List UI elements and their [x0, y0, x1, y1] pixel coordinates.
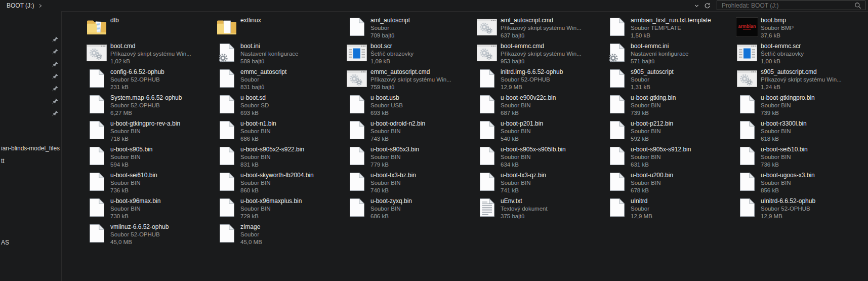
- file-item[interactable]: u-boot-x96max.binSoubor BIN730 kB: [85, 196, 215, 222]
- file-type: Soubor 52-OPHUB: [110, 231, 169, 238]
- file-item[interactable]: u-boot-skyworth-lb2004.binSoubor BIN860 …: [215, 171, 345, 196]
- refresh-icon[interactable]: [702, 0, 713, 11]
- file-item[interactable]: uEnv.txtTextový dokument375 bajtů: [475, 196, 605, 222]
- file-item[interactable]: u-boot-ugoos-x3.binSoubor BIN856 kB: [735, 171, 865, 196]
- pushpin-icon[interactable]: [52, 97, 59, 104]
- chevron-down-icon[interactable]: [691, 0, 702, 11]
- file-type: Soubor BIN: [110, 179, 157, 187]
- file-item[interactable]: u-boot-gtkingpro-rev-a.binSoubor BIN718 …: [85, 119, 215, 145]
- file-type: Soubor BIN: [240, 179, 314, 187]
- file-item[interactable]: aml_autoscriptSoubor709 bajtů: [345, 16, 475, 42]
- file-item[interactable]: armbian_first_run.txt.templateSoubor TEM…: [605, 16, 735, 42]
- file-size: 831 bajtů: [240, 84, 286, 91]
- file-item[interactable]: u-boot-gtking.binSoubor BIN739 kB: [605, 93, 735, 119]
- file-meta: uInitrdSoubor12,9 MB: [631, 197, 652, 220]
- file-name: u-boot-ugoos-x3.bin: [761, 172, 815, 179]
- file-item[interactable]: aml_autoscript.cmdPříkazový skript systé…: [475, 16, 605, 42]
- file-size: 759 bajtů: [370, 84, 451, 91]
- file-item[interactable]: config-6.6.52-ophubSoubor 52-OPHUB231 kB: [85, 67, 215, 93]
- sidebar-item[interactable]: ian-blinds-model_files: [1, 145, 60, 152]
- file-item[interactable]: emmc_autoscriptSoubor831 bajtů: [215, 67, 345, 93]
- pushpin-icon[interactable]: [52, 72, 59, 79]
- file-item[interactable]: u-boot-n1.binSoubor BIN686 kB: [215, 119, 345, 145]
- file-item[interactable]: boot.scrŠetřič obrazovky1,09 kB: [345, 42, 475, 67]
- file-type: Soubor BIN: [761, 153, 808, 161]
- file-item[interactable]: u-boot-odroid-n2.binSoubor BIN743 kB: [345, 119, 475, 145]
- file-item[interactable]: u-boot-s905x2-s922.binSoubor BIN831 kB: [215, 145, 345, 171]
- file-item[interactable]: boot-emmc.iniNastavení konfigurace571 ba…: [605, 42, 735, 67]
- file-item[interactable]: u-boot-tx3-bz.binSoubor BIN740 kB: [345, 171, 475, 196]
- file-name: u-boot.sd: [240, 94, 269, 102]
- file-item[interactable]: uInitrd-6.6.52-ophubSoubor 52-OPHUB12,9 …: [735, 196, 865, 222]
- file-item[interactable]: u-boot-tx3-qz.binSoubor BIN741 kB: [475, 171, 605, 196]
- file-item[interactable]: extlinux: [215, 16, 345, 42]
- file-name: u-boot-e900v22c.bin: [501, 94, 556, 102]
- file-item[interactable]: boot-emmc.scrŠetřič obrazovky1,00 kB: [735, 42, 865, 67]
- file-item[interactable]: zImageSoubor45,0 MB: [215, 222, 345, 248]
- file-size: 12,9 MB: [631, 213, 652, 220]
- file-item[interactable]: s905_autoscript.cmdPříkazový skript syst…: [735, 67, 865, 93]
- file-item[interactable]: u-boot-p201.binSoubor BIN540 kB: [475, 119, 605, 145]
- search-input[interactable]: [717, 2, 854, 9]
- file-type: Soubor BIN: [370, 205, 412, 213]
- file-item[interactable]: u-boot-sei610.binSoubor BIN736 kB: [85, 171, 215, 196]
- file-meta: zImageSoubor45,0 MB: [240, 223, 262, 246]
- pushpin-icon[interactable]: [52, 109, 59, 116]
- file-item[interactable]: armbianboot.bmpSoubor BMP37,6 kB: [735, 16, 865, 42]
- file-meta: u-boot-s905x-s905lb.binSoubor BIN634 kB: [501, 146, 566, 169]
- file-item[interactable]: u-boot-e900v22c.binSoubor BIN687 kB: [475, 93, 605, 119]
- chevron-right-icon[interactable]: [38, 4, 43, 8]
- file-item[interactable]: dtb: [85, 16, 215, 42]
- file-item[interactable]: emmc_autoscript.cmdPříkazový skript syst…: [345, 67, 475, 93]
- file-name: u-boot-s905x2-s922.bin: [240, 146, 304, 153]
- file-item[interactable]: u-boot.sdSoubor SD693 kB: [215, 93, 345, 119]
- file-item[interactable]: boot.iniNastavení konfigurace589 bajtů: [215, 42, 345, 67]
- file-name: zImage: [240, 223, 262, 231]
- file-item[interactable]: u-boot-s905x3.binSoubor BIN779 kB: [345, 145, 475, 171]
- pushpin-icon[interactable]: [52, 60, 59, 67]
- file-item[interactable]: u-boot-s905x-s905lb.binSoubor BIN634 kB: [475, 145, 605, 171]
- file-name: extlinux: [240, 17, 261, 24]
- file-item[interactable]: vmlinuz-6.6.52-ophubSoubor 52-OPHUB45,0 …: [85, 222, 215, 248]
- doc-icon: [605, 67, 629, 90]
- doc-icon: [605, 119, 629, 141]
- doc-icon: [215, 145, 238, 167]
- file-name: u-boot-s905x-s912.bin: [631, 146, 691, 153]
- file-item[interactable]: u-boot-p212.binSoubor BIN592 kB: [605, 119, 735, 145]
- file-item[interactable]: u-boot.usbSoubor USB693 kB: [345, 93, 475, 119]
- pushpin-icon[interactable]: [52, 35, 59, 42]
- file-item[interactable]: u-boot-u200.binSoubor BIN678 kB: [605, 171, 735, 196]
- search-icon[interactable]: [854, 2, 861, 9]
- file-item[interactable]: s905_autoscriptSoubor1,31 kB: [605, 67, 735, 93]
- file-item[interactable]: System.map-6.6.52-ophubSoubor 52-OPHUB6,…: [85, 93, 215, 119]
- navigation-pane: ian-blinds-model_files tt AS: [0, 11, 62, 281]
- file-item[interactable]: u-boot-sei510.binSoubor BIN736 kB: [735, 145, 865, 171]
- file-item[interactable]: boot.cmdPříkazový skript systému Win...1…: [85, 42, 215, 67]
- file-name: config-6.6.52-ophub: [110, 68, 164, 76]
- sidebar-item[interactable]: tt: [1, 157, 5, 165]
- file-meta: u-boot-e900v22c.binSoubor BIN687 kB: [501, 94, 556, 117]
- file-type: Soubor BIN: [240, 205, 302, 213]
- pushpin-icon[interactable]: [52, 85, 59, 91]
- file-name: boot.cmd: [110, 43, 191, 50]
- file-item[interactable]: u-boot-r3300l.binSoubor BIN618 kB: [735, 119, 865, 145]
- file-item[interactable]: u-boot-gtkingpro.binSoubor BIN739 kB: [735, 93, 865, 119]
- sidebar-item[interactable]: AS: [1, 239, 9, 246]
- file-item[interactable]: uInitrdSoubor12,9 MB: [605, 196, 735, 222]
- address-bar[interactable]: BOOT (J:): [7, 0, 43, 11]
- breadcrumb[interactable]: BOOT (J:): [7, 2, 34, 9]
- search-box[interactable]: [717, 1, 865, 10]
- file-item[interactable]: boot-emmc.cmdPříkazový skript systému Wi…: [475, 42, 605, 67]
- file-item[interactable]: u-boot-zyxq.binSoubor BIN686 kB: [345, 196, 475, 222]
- file-item[interactable]: u-boot-x96maxplus.binSoubor BIN729 kB: [215, 196, 345, 222]
- doc-icon: [85, 196, 108, 219]
- file-size: 634 kB: [501, 161, 566, 169]
- file-type: Soubor USB: [370, 102, 403, 109]
- file-item[interactable]: u-boot-s905.binSoubor BIN594 kB: [85, 145, 215, 171]
- pushpin-icon[interactable]: [52, 48, 59, 54]
- file-item[interactable]: u-boot-s905x-s912.binSoubor BIN631 kB: [605, 145, 735, 171]
- file-type: Soubor BIN: [370, 179, 416, 187]
- file-meta: boot-emmc.cmdPříkazový skript systému Wi…: [501, 43, 582, 65]
- file-size: 687 kB: [501, 109, 556, 117]
- file-item[interactable]: initrd.img-6.6.52-ophubSoubor 52-OPHUB12…: [475, 67, 605, 93]
